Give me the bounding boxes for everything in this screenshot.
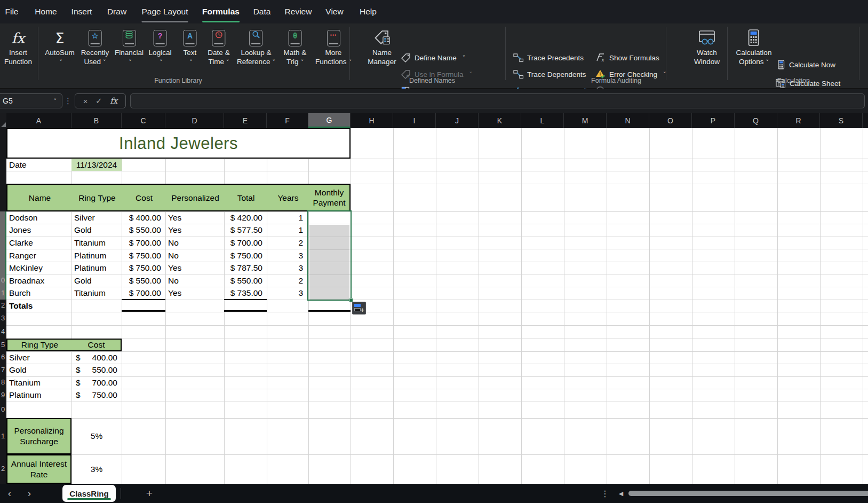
row-header-label[interactable]: 0 [0, 276, 6, 284]
cell-years[interactable]: 1 [267, 211, 308, 224]
menu-tab-file[interactable]: File [5, 0, 19, 23]
header-name[interactable]: Name [7, 185, 72, 210]
row-header-label[interactable]: 2 [0, 301, 6, 309]
cell-ring-type[interactable]: Titanium [71, 287, 122, 300]
selection-range-g5-g11[interactable] [307, 210, 352, 301]
row-header-label[interactable]: 5 [0, 341, 6, 349]
lookup-header-cost[interactable]: Cost [72, 340, 121, 350]
cell-name[interactable]: Broadnax [6, 274, 71, 287]
column-header-I[interactable]: I [393, 113, 436, 128]
text-button[interactable]: A Text ˅ [184, 28, 197, 67]
lookup-row[interactable]: Gold $550.00 [6, 364, 122, 377]
date-label-cell[interactable]: Date [6, 159, 71, 171]
totals-monthly-payment-cell[interactable] [308, 300, 351, 312]
lookup-header-row[interactable]: Ring Type Cost [6, 339, 122, 351]
row-headers[interactable]: 0123456789012 [0, 128, 6, 484]
autosum-button[interactable]: Σ AutoSum ˅ [45, 28, 75, 67]
column-header-R[interactable]: R [777, 113, 820, 128]
menu-tab-draw[interactable]: Draw [107, 0, 126, 23]
column-header-M[interactable]: M [564, 113, 607, 128]
cell-total[interactable]: $ 750.00 [224, 249, 267, 262]
column-header-N[interactable]: N [607, 113, 649, 128]
row-header-label[interactable]: 3 [0, 314, 6, 322]
header-ring-type[interactable]: Ring Type [72, 185, 122, 210]
calculate-now-button[interactable]: Calculate Now [777, 60, 835, 70]
show-formulas-button[interactable]: x Show Formulas [595, 53, 659, 62]
lookup-row[interactable]: Titanium $700.00 [6, 376, 122, 389]
cell-personalized[interactable]: No [165, 274, 224, 287]
cell-cost[interactable]: $ 700.00 [122, 287, 165, 300]
row-header-label[interactable]: 4 [0, 327, 6, 335]
formula-bar-kebab-icon[interactable]: ⋮ [64, 93, 72, 108]
define-name-button[interactable]: Define Name ˅ [401, 53, 465, 62]
menu-tab-data[interactable]: Data [253, 0, 271, 23]
cell-personalized[interactable]: Yes [165, 224, 224, 237]
cell-years[interactable]: 3 [267, 287, 308, 300]
cell-name[interactable]: Dodson [6, 211, 71, 224]
column-header-B[interactable]: B [71, 113, 122, 128]
sheet-tab-classring[interactable]: ClassRing [62, 485, 116, 502]
cell-ring-type[interactable]: Platinum [71, 249, 122, 262]
sheet-nav-right-icon[interactable]: › [28, 484, 31, 503]
column-header-Q[interactable]: Q [735, 113, 777, 128]
recently-used-button[interactable]: ☆ Recently Used˅ [81, 28, 109, 67]
lookup-type-cell[interactable]: Silver [6, 351, 71, 364]
cell-total[interactable]: $ 550.00 [224, 274, 267, 287]
row-header-label[interactable]: 6 [0, 353, 6, 361]
table-row[interactable]: Dodson Silver $ 400.00 Yes $ 420.00 1 [6, 211, 351, 224]
interest-value-cell[interactable]: 3% [71, 454, 122, 484]
cell-years[interactable]: 3 [267, 249, 308, 262]
cell-name[interactable]: McKinley [6, 262, 71, 274]
cell-ring-type[interactable]: Platinum [71, 262, 122, 274]
totals-total-cell[interactable] [224, 300, 267, 312]
column-header-A[interactable]: A [6, 113, 71, 128]
cell-name[interactable]: Ranger [6, 249, 71, 262]
cell-personalized[interactable]: No [165, 237, 224, 249]
lookup-type-cell[interactable]: Titanium [6, 376, 71, 389]
trace-precedents-button[interactable]: Trace Precedents [513, 53, 584, 62]
cell-ring-type[interactable]: Gold [71, 224, 122, 237]
table-row[interactable]: Broadnax Gold $ 550.00 No $ 550.00 2 [6, 274, 351, 287]
surcharge-value-cell[interactable]: 5% [71, 418, 122, 454]
surcharge-label-cell[interactable]: Personalizing Surcharge [6, 418, 71, 454]
column-header-J[interactable]: J [436, 113, 479, 128]
menu-tab-review[interactable]: Review [285, 0, 312, 23]
header-total[interactable]: Total [225, 185, 267, 210]
column-headers[interactable]: ABCDEFGHIJKLMNOPQRS [6, 113, 868, 128]
logical-button[interactable]: ? Logical ˅ [149, 28, 172, 67]
enter-check-icon[interactable]: ✓ [95, 96, 102, 106]
cell-years[interactable]: 2 [267, 237, 308, 249]
date-time-button[interactable]: Date & Time˅ [208, 28, 229, 67]
totals-cost-cell[interactable] [122, 300, 165, 312]
header-cost[interactable]: Cost [122, 185, 166, 210]
totals-label-cell[interactable]: Totals [6, 300, 71, 312]
date-value-cell[interactable]: 11/13/2024 [71, 159, 122, 171]
header-personalized[interactable]: Personalized [166, 185, 225, 210]
calculation-options-button[interactable]: Calculation Options˅ [736, 28, 772, 67]
column-header-H[interactable]: H [351, 113, 393, 128]
cell-ring-type[interactable]: Silver [71, 211, 122, 224]
lookup-cost-cell[interactable]: $700.00 [71, 376, 122, 389]
cell-ring-type[interactable]: Gold [71, 274, 122, 287]
cell-cost[interactable]: $ 550.00 [122, 274, 165, 287]
cell-name[interactable]: Jones [6, 224, 71, 237]
row-header-label[interactable]: 1 [0, 289, 6, 297]
scroll-left-arrow-icon[interactable]: ◀ [619, 484, 623, 503]
row-header-label[interactable]: 2 [0, 465, 6, 473]
cell-ring-type[interactable]: Titanium [71, 237, 122, 249]
lookup-cost-cell[interactable]: $400.00 [71, 351, 122, 364]
sheet-nav-left-icon[interactable]: ‹ [8, 484, 11, 503]
menu-tab-page-layout[interactable]: Page Layout [141, 0, 188, 23]
insert-function-fx-icon[interactable]: fx [110, 96, 117, 106]
cell-cost[interactable]: $ 750.00 [122, 262, 165, 274]
cell-personalized[interactable]: Yes [165, 262, 224, 274]
header-years[interactable]: Years [267, 185, 309, 210]
formula-input[interactable] [130, 93, 865, 108]
column-header-G[interactable]: G [308, 113, 351, 128]
column-header-P[interactable]: P [692, 113, 735, 128]
column-header-S[interactable]: S [820, 113, 863, 128]
lookup-row[interactable]: Silver $400.00 [6, 351, 122, 364]
header-monthly-payment[interactable]: Monthly Payment [309, 185, 349, 210]
autofill-options-button[interactable]: + [352, 302, 366, 315]
math-trig-button[interactable]: θ Math & Trig˅ [284, 28, 307, 67]
